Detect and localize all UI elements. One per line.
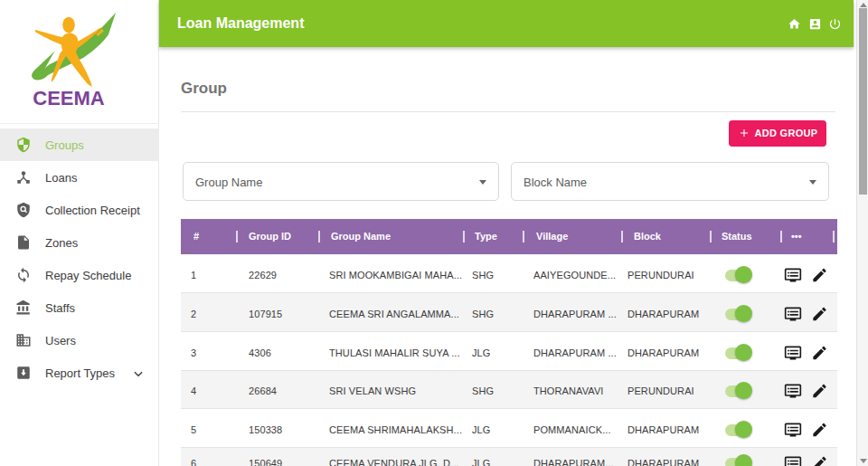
- svg-text:CEEMA: CEEMA: [33, 87, 105, 109]
